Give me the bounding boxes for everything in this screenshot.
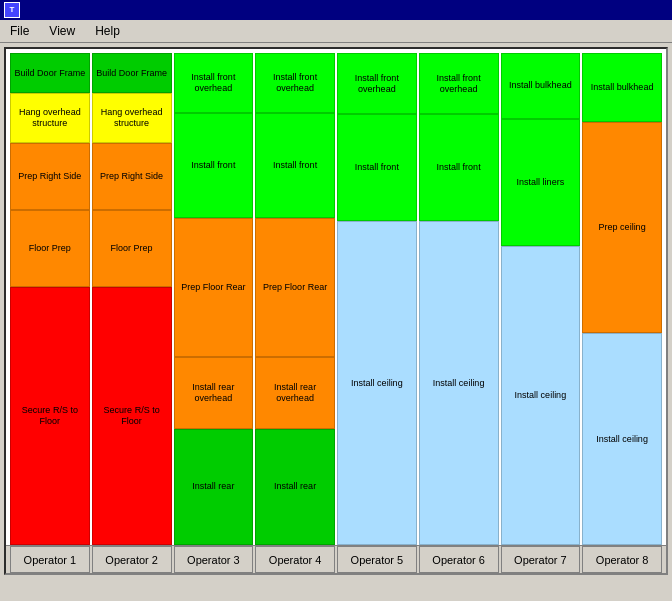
menu-item-view[interactable]: View bbox=[43, 22, 81, 40]
bar-segment: Hang overhead structure bbox=[10, 93, 90, 142]
bar-segment: Install ceiling bbox=[582, 333, 662, 545]
bar-segment: Install ceiling bbox=[501, 246, 581, 545]
bar-segment: Install front overhead bbox=[255, 53, 335, 113]
operator-label-5: Operator 5 bbox=[337, 546, 417, 573]
bar-segment: Secure R/S to Floor bbox=[10, 287, 90, 545]
bar-stack-1: Secure R/S to FloorFloor PrepPrep Right … bbox=[10, 53, 90, 545]
bar-segment: Install ceiling bbox=[337, 221, 417, 545]
operator-label-6: Operator 6 bbox=[419, 546, 499, 573]
bar-segment: Secure R/S to Floor bbox=[92, 287, 172, 545]
title-bar: T bbox=[0, 0, 672, 20]
bar-segment: Install front overhead bbox=[337, 53, 417, 114]
operator-label-7: Operator 7 bbox=[501, 546, 581, 573]
bar-segment: Install rear overhead bbox=[174, 357, 254, 428]
bar-segment: Build Door Frame bbox=[10, 53, 90, 93]
menu-bar: FileViewHelp bbox=[0, 20, 672, 43]
bar-segment: Install liners bbox=[501, 119, 581, 246]
operator-label-4: Operator 4 bbox=[255, 546, 335, 573]
bar-segment: Prep Right Side bbox=[10, 143, 90, 211]
operator-label-2: Operator 2 bbox=[92, 546, 172, 573]
operator-col-2: Secure R/S to FloorFloor PrepPrep Right … bbox=[92, 53, 172, 545]
bar-stack-2: Secure R/S to FloorFloor PrepPrep Right … bbox=[92, 53, 172, 545]
bar-segment: Build Door Frame bbox=[92, 53, 172, 93]
bars-container: Secure R/S to FloorFloor PrepPrep Right … bbox=[6, 49, 666, 545]
bar-segment: Floor Prep bbox=[10, 210, 90, 287]
operator-label-1: Operator 1 bbox=[10, 546, 90, 573]
chart-area: Secure R/S to FloorFloor PrepPrep Right … bbox=[4, 47, 668, 575]
operator-col-7: Install ceilingInstall linersInstall bul… bbox=[501, 53, 581, 545]
bar-segment: Prep ceiling bbox=[582, 122, 662, 334]
operator-col-1: Secure R/S to FloorFloor PrepPrep Right … bbox=[10, 53, 90, 545]
bar-segment: Prep Floor Rear bbox=[255, 218, 335, 357]
bar-segment: Install bulkhead bbox=[582, 53, 662, 122]
bar-segment: Install front bbox=[337, 114, 417, 221]
bar-segment: Install front overhead bbox=[174, 53, 254, 113]
bar-segment: Install front bbox=[419, 114, 499, 221]
operator-col-6: Install ceilingInstall frontInstall fron… bbox=[419, 53, 499, 545]
bar-stack-5: Install ceilingInstall frontInstall fron… bbox=[337, 53, 417, 545]
bar-segment: Install bulkhead bbox=[501, 53, 581, 119]
bar-segment: Floor Prep bbox=[92, 210, 172, 287]
menu-item-file[interactable]: File bbox=[4, 22, 35, 40]
bar-segment: Install front overhead bbox=[419, 53, 499, 114]
labels-row: Operator 1Operator 2Operator 3Operator 4… bbox=[6, 545, 666, 573]
operator-col-3: Install rearInstall rear overheadPrep Fl… bbox=[174, 53, 254, 545]
menu-item-help[interactable]: Help bbox=[89, 22, 126, 40]
operator-col-5: Install ceilingInstall frontInstall fron… bbox=[337, 53, 417, 545]
bar-segment: Install rear bbox=[255, 429, 335, 545]
bar-segment: Install ceiling bbox=[419, 221, 499, 545]
bar-stack-7: Install ceilingInstall linersInstall bul… bbox=[501, 53, 581, 545]
operator-label-8: Operator 8 bbox=[582, 546, 662, 573]
bar-segment: Install rear overhead bbox=[255, 357, 335, 428]
app-icon: T bbox=[4, 2, 20, 18]
bar-segment: Prep Floor Rear bbox=[174, 218, 254, 357]
operator-label-3: Operator 3 bbox=[174, 546, 254, 573]
bar-segment: Install front bbox=[255, 113, 335, 218]
bar-stack-4: Install rearInstall rear overheadPrep Fl… bbox=[255, 53, 335, 545]
bar-stack-3: Install rearInstall rear overheadPrep Fl… bbox=[174, 53, 254, 545]
bar-stack-8: Install ceilingPrep ceilingInstall bulkh… bbox=[582, 53, 662, 545]
bar-segment: Install rear bbox=[174, 429, 254, 545]
operator-col-8: Install ceilingPrep ceilingInstall bulkh… bbox=[582, 53, 662, 545]
bar-segment: Hang overhead structure bbox=[92, 93, 172, 142]
bar-stack-6: Install ceilingInstall frontInstall fron… bbox=[419, 53, 499, 545]
operator-col-4: Install rearInstall rear overheadPrep Fl… bbox=[255, 53, 335, 545]
bar-segment: Prep Right Side bbox=[92, 143, 172, 211]
bar-segment: Install front bbox=[174, 113, 254, 218]
